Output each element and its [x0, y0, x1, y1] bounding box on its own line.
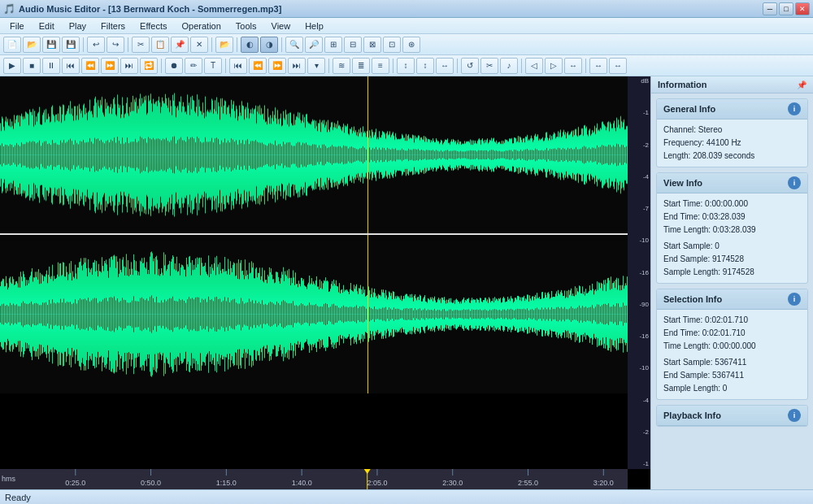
tb1-btn-13[interactable]: 📂 — [215, 37, 233, 53]
tb1-btn-16[interactable]: ◑ — [260, 37, 278, 53]
tb2-btn-17[interactable]: ▾ — [307, 58, 325, 74]
menu-item-operation[interactable]: Operation — [176, 20, 228, 33]
tb2-btn-23[interactable]: ↕ — [397, 58, 415, 74]
tb2-btn-29[interactable]: ♪ — [500, 58, 518, 74]
tb1-btn-19[interactable]: 🔎 — [305, 37, 323, 53]
tb1-btn-24[interactable]: ⊛ — [402, 37, 420, 53]
tb2-btn-16[interactable]: ⏭ — [288, 58, 306, 74]
tb1-btn-22[interactable]: ⊠ — [363, 37, 381, 53]
timeline — [0, 469, 628, 489]
tb2-btn-36[interactable]: ↔ — [609, 58, 627, 74]
tb1-sep-17 — [281, 37, 282, 52]
tb1-btn-10[interactable]: 📌 — [171, 37, 189, 53]
tb2-btn-24[interactable]: ↕ — [416, 58, 434, 74]
menu-bar: FileEditPlayFiltersEffectsOperationTools… — [0, 18, 813, 34]
tb2-btn-33[interactable]: ↔ — [564, 58, 582, 74]
tb2-btn-2[interactable]: ⏸ — [42, 58, 60, 74]
db-minus2-2: -2 — [629, 429, 649, 436]
tb2-btn-21[interactable]: ≡ — [372, 58, 389, 74]
section-icon-selection[interactable]: i — [788, 293, 801, 306]
tb2-btn-27[interactable]: ↺ — [461, 58, 479, 74]
tb2-btn-3[interactable]: ⏮ — [62, 58, 80, 74]
tb2-btn-4[interactable]: ⏪ — [81, 58, 99, 74]
info-section-header-selection: Selection Infoi — [657, 289, 807, 310]
tb2-btn-31[interactable]: ◁ — [525, 58, 543, 74]
tb2-btn-0[interactable]: ▶ — [3, 58, 21, 74]
tb2-btn-1[interactable]: ■ — [23, 58, 41, 74]
tb2-btn-7[interactable]: 🔁 — [140, 58, 158, 74]
window-title: Audio Music Editor - [13 Bernward Koch -… — [19, 4, 281, 14]
tb1-btn-21[interactable]: ⊟ — [344, 37, 362, 53]
tb1-btn-0[interactable]: 📄 — [3, 37, 21, 53]
section-title-playback: Playback Info — [663, 411, 721, 420]
tb1-sep-12 — [211, 37, 212, 52]
info-section-header-playback: Playback Infoi — [657, 406, 807, 426]
tb2-btn-5[interactable]: ⏩ — [101, 58, 119, 74]
tb1-btn-11[interactable]: ✕ — [190, 37, 208, 53]
tb1-btn-5[interactable]: ↩ — [87, 37, 105, 53]
status-text: Ready — [5, 493, 31, 502]
tb2-btn-20[interactable]: ≣ — [352, 58, 370, 74]
section-icon-general[interactable]: i — [788, 102, 801, 115]
tb1-btn-9[interactable]: 📋 — [151, 37, 169, 53]
tb1-btn-20[interactable]: ⊞ — [324, 37, 342, 53]
db-minus4: -4 — [629, 174, 649, 180]
tb2-btn-6[interactable]: ⏭ — [120, 58, 138, 74]
toolbar-playback: ▶■⏸⏮⏪⏩⏭🔁⏺✏T⏮⏪⏩⏭▾≋≣≡↕↕↔↺✂♪◁▷↔↔↔ — [0, 55, 813, 76]
tb2-btn-28[interactable]: ✂ — [480, 58, 498, 74]
tb1-btn-6[interactable]: ↪ — [107, 37, 124, 53]
close-button[interactable]: ✕ — [795, 2, 810, 15]
tb1-btn-1[interactable]: 📂 — [23, 37, 41, 53]
info-panel-title: Information — [658, 80, 707, 89]
tb2-btn-35[interactable]: ↔ — [589, 58, 607, 74]
section-icon-playback[interactable]: i — [788, 409, 801, 422]
channel-left — [0, 76, 628, 235]
menu-item-edit[interactable]: Edit — [33, 20, 61, 33]
status-bar: Ready — [0, 489, 813, 504]
app-icon: 🎵 — [3, 3, 15, 15]
tb2-btn-13[interactable]: ⏮ — [229, 58, 247, 74]
tb1-btn-2[interactable]: 💾 — [42, 37, 60, 53]
maximize-button[interactable]: □ — [779, 2, 793, 15]
pin-icon[interactable]: 📌 — [797, 80, 806, 89]
menu-item-view[interactable]: View — [265, 20, 298, 33]
info-field: Channel: Stereo — [663, 124, 801, 137]
info-field: Start Time: 0:02:01.710 — [663, 314, 801, 327]
db-minus2: -2 — [629, 142, 649, 149]
tb1-btn-8[interactable]: ✂ — [132, 37, 150, 53]
menu-item-file[interactable]: File — [3, 20, 31, 33]
waveform-container — [0, 76, 628, 469]
info-field: Start Sample: 5367411 — [663, 356, 801, 369]
tb1-sep-14 — [237, 37, 237, 52]
waveform-right-canvas — [0, 235, 628, 393]
tb1-btn-18[interactable]: 🔍 — [285, 37, 303, 53]
tb2-btn-19[interactable]: ≋ — [333, 58, 350, 74]
tb1-btn-23[interactable]: ⊡ — [383, 37, 401, 53]
tb2-sep-30 — [521, 59, 522, 73]
db-scale: dB -1 -2 -4 -7 -10 -16 -90 -16 -10 -4 -2… — [628, 76, 650, 469]
section-icon-view[interactable]: i — [788, 176, 801, 189]
tb2-btn-32[interactable]: ▷ — [545, 58, 563, 74]
info-field: Frequency: 44100 Hz — [663, 137, 801, 150]
tb2-btn-25[interactable]: ↔ — [436, 58, 454, 74]
menu-item-tools[interactable]: Tools — [229, 20, 263, 33]
menu-item-play[interactable]: Play — [63, 20, 93, 33]
menu-item-effects[interactable]: Effects — [133, 20, 173, 33]
menu-item-help[interactable]: Help — [298, 20, 330, 33]
waveform-area[interactable]: dB -1 -2 -4 -7 -10 -16 -90 -16 -10 -4 -2… — [0, 76, 650, 489]
tb2-btn-10[interactable]: ✏ — [185, 58, 202, 74]
minimize-button[interactable]: ─ — [763, 2, 777, 15]
tb2-btn-11[interactable]: T — [204, 58, 222, 74]
tb1-btn-3[interactable]: 💾 — [62, 37, 80, 53]
toolbar-main: 📄📂💾💾↩↪✂📋📌✕📂◐◑🔍🔎⊞⊟⊠⊡⊛ — [0, 34, 813, 55]
info-field: Length: 208.039 seconds — [663, 150, 801, 163]
tb2-sep-26 — [457, 59, 458, 73]
info-section-body-selection: Start Time: 0:02:01.710End Time: 0:02:01… — [657, 310, 807, 399]
tb2-btn-9[interactable]: ⏺ — [165, 58, 183, 74]
tb2-btn-14[interactable]: ⏪ — [249, 58, 267, 74]
tb1-btn-15[interactable]: ◐ — [241, 37, 259, 53]
menu-item-filters[interactable]: Filters — [94, 20, 132, 33]
db-label: dB — [629, 78, 649, 85]
tb2-btn-15[interactable]: ⏩ — [268, 58, 286, 74]
tb1-sep-7 — [128, 37, 128, 52]
